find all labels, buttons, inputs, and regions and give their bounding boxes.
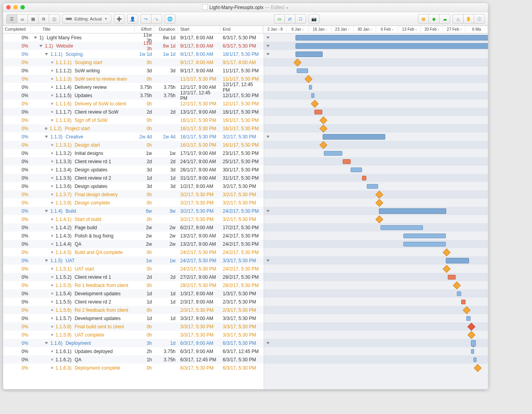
start-cell[interactable]: 3/3/17, 9:00 AM — [178, 316, 220, 321]
task-row[interactable]: 0%1.1.3.8)Design complete0h3/2/17, 5:30 … — [3, 199, 264, 207]
task-row[interactable]: 0%1.1.4)Build6w3w3/2/17, 5:30 PM24/2/17,… — [3, 207, 264, 215]
start-cell[interactable]: 13/1/17, 9:00 AM — [178, 109, 220, 115]
task-row[interactable]: 0%1.1.4.1)Start of build0h3/2/17, 5:30 P… — [3, 215, 264, 223]
end-cell[interactable]: 6/3/17, 5:30 PM — [220, 43, 263, 49]
gantt-row[interactable] — [264, 58, 488, 66]
effort-cell[interactable]: 0h — [135, 332, 154, 338]
duration-cell[interactable]: 3.75h — [154, 357, 178, 362]
title-cell[interactable]: 1.1.3.7)Final design delivery — [31, 192, 135, 197]
task-row[interactable]: 0%1.1.1.8)Sign off of SoW0h16/1/17, 5:30… — [3, 116, 264, 124]
task-row[interactable]: 0%1.1.5.5)Client review rd 21d1d2/3/17, … — [3, 298, 264, 306]
completed-cell[interactable]: 0% — [3, 283, 31, 288]
gantt-row[interactable] — [264, 124, 488, 132]
gantt-row[interactable] — [264, 166, 488, 174]
gantt-disclosure-icon[interactable] — [266, 136, 270, 138]
timeline-column[interactable]: 27 Feb - — [443, 26, 466, 33]
disclosure-triangle-icon[interactable] — [45, 136, 48, 138]
title-cell[interactable]: 1.1.2)Project start — [31, 126, 135, 131]
start-cell[interactable]: 17/1/17, 9:00 AM — [178, 151, 220, 156]
completed-cell[interactable]: 0% — [3, 291, 31, 296]
title-cell[interactable]: 1.1.5.2)Client review rd 1 — [31, 274, 135, 280]
completed-cell[interactable]: 0% — [3, 299, 31, 305]
title-cell[interactable]: 1.1.5.7)Development updates — [31, 316, 135, 321]
title-cell[interactable]: 1.1.5.1)UAT start — [31, 266, 135, 272]
end-cell[interactable]: 1/3/17, 5:30 PM — [220, 291, 263, 296]
start-cell[interactable]: 12/1/17, 5:30 PM — [178, 101, 220, 107]
effort-cell[interactable]: 3d — [135, 167, 154, 173]
effort-cell[interactable]: 0h — [135, 142, 154, 148]
end-cell[interactable]: 9/1/17, 8:00 AM — [220, 60, 263, 65]
start-cell[interactable]: 12/1/17, 12:45 PM — [178, 90, 220, 101]
gantt-row[interactable] — [264, 232, 488, 240]
title-cell[interactable]: 1.1.4.3)Polish & bug fixing — [31, 233, 135, 239]
start-cell[interactable]: 9/1/17, 9:00 AM — [178, 68, 220, 74]
duration-cell[interactable]: 3d — [154, 167, 178, 173]
end-cell[interactable]: 24/2/17, 5:30 PM — [220, 250, 263, 255]
start-cell[interactable]: 3/3/17, 5:30 PM — [178, 332, 220, 338]
title-cell[interactable]: 1.1.6.3)Deployment complete — [31, 365, 135, 371]
document-title[interactable]: Light-Many-Firesoplx.oplx — [202, 5, 263, 10]
gantt-row[interactable] — [264, 355, 488, 364]
timeline-column[interactable]: 2 Jan - 8 — [264, 26, 286, 33]
timeline-column[interactable]: 30 Jan - — [354, 26, 376, 33]
gantt-group-bar[interactable] — [296, 35, 488, 40]
gantt-review-bar[interactable] — [461, 300, 466, 304]
critical-path-button[interactable]: ◉ — [429, 14, 439, 24]
gantt-task-bar[interactable] — [403, 242, 446, 247]
end-cell[interactable]: 11/1/17, 5:30 PM — [220, 68, 263, 74]
title-cell[interactable]: 1.1.1.4)Delivery review — [31, 85, 135, 90]
gantt-row[interactable] — [264, 289, 488, 298]
effort-cell[interactable]: 3d — [135, 184, 154, 189]
duration-cell[interactable]: 1w — [154, 258, 178, 263]
gantt-milestone[interactable] — [305, 75, 312, 83]
duration-cell[interactable]: 1w — [154, 151, 178, 156]
completed-cell[interactable]: 0% — [3, 134, 31, 140]
duration-cell[interactable]: 2w — [154, 241, 178, 247]
catchup-button[interactable]: ▭ — [274, 14, 284, 24]
disclosure-triangle-icon[interactable] — [34, 37, 37, 39]
completed-cell[interactable]: 0% — [3, 192, 31, 197]
completed-cell[interactable]: 0% — [3, 43, 31, 49]
task-row[interactable]: 0%1.1.1.7)Client review of SoW2d2d13/1/1… — [3, 108, 264, 116]
gantt-task-bar[interactable] — [403, 234, 446, 238]
gantt-disclosure-icon[interactable] — [266, 210, 270, 212]
task-row[interactable]: 0%1.1.3)Creative2w 4d2w 4d16/1/17, 5:30 … — [3, 132, 264, 141]
duration-cell[interactable]: 2d — [154, 274, 178, 280]
completed-cell[interactable]: 0% — [3, 35, 31, 40]
effort-cell[interactable]: 2d — [135, 274, 154, 280]
title-cell[interactable]: 1)Light Many Fires — [31, 35, 135, 40]
gantt-row[interactable] — [264, 248, 488, 256]
end-cell[interactable]: 6/3/17, 5:30 PM — [220, 35, 263, 40]
gantt-row[interactable] — [264, 199, 488, 207]
completed-cell[interactable]: 0% — [3, 68, 31, 74]
gantt-task-bar[interactable] — [466, 316, 471, 321]
title-cell[interactable]: 1.1.6.1)Updates deployed — [31, 349, 135, 354]
title-cell[interactable]: 1.1.5.8)Final build sent to client — [31, 324, 135, 329]
task-row[interactable]: 0%1.1.1.5)Updates3.75h3.75h12/1/17, 12:4… — [3, 91, 264, 99]
end-cell[interactable]: 3/2/17, 5:30 PM — [220, 217, 263, 222]
completed-cell[interactable]: 0% — [3, 126, 31, 131]
completed-cell[interactable]: 0% — [3, 266, 31, 272]
end-cell[interactable]: 16/1/17, 5:30 PM — [220, 52, 263, 57]
gantt-row[interactable] — [264, 215, 488, 223]
col-completed[interactable]: Completed — [3, 26, 31, 33]
title-cell[interactable]: 1.1.4.4)QA — [31, 241, 135, 247]
completed-cell[interactable]: 0% — [3, 208, 31, 214]
end-cell[interactable]: 2/3/17, 5:30 PM — [220, 299, 263, 305]
title-cell[interactable]: 1.1.3.2)Initial designs — [31, 151, 135, 156]
gantt-row[interactable] — [264, 42, 488, 50]
effort-cell[interactable]: 2d — [135, 109, 154, 115]
gantt-row[interactable] — [264, 331, 488, 339]
gantt-task-bar[interactable] — [471, 349, 474, 354]
editing-mode-select[interactable]: Editing: Actual ▼ — [62, 14, 111, 24]
start-cell[interactable]: 3/2/17, 5:30 PM — [178, 208, 220, 214]
start-cell[interactable]: 6/3/17, 9:00 AM — [178, 349, 220, 354]
end-cell[interactable]: 3/3/17, 5:30 PM — [220, 258, 263, 263]
duration-cell[interactable]: 8w 1d — [154, 35, 178, 40]
gantt-milestone[interactable] — [320, 116, 327, 124]
completed-cell[interactable]: 0% — [3, 365, 31, 371]
effort-cell[interactable]: 1d — [135, 291, 154, 296]
start-cell[interactable]: 3/2/17, 5:30 PM — [178, 217, 220, 222]
start-cell[interactable]: 27/2/17, 9:00 AM — [178, 274, 220, 280]
task-row[interactable]: 0%1.1.5)UAT1w1w24/2/17, 5:30 PM3/3/17, 5… — [3, 256, 264, 265]
